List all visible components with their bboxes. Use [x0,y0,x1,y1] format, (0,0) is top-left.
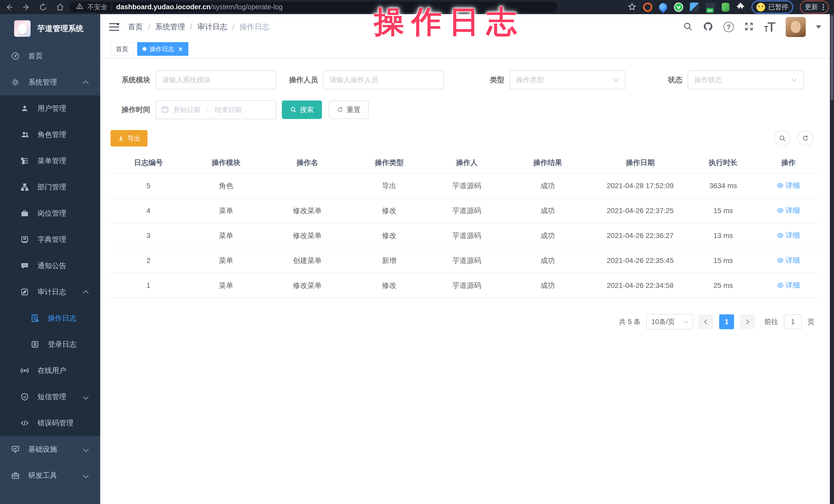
chevron-up-icon [83,290,89,296]
extension-icon-proxy[interactable]: on [706,3,715,12]
github-icon[interactable] [703,21,713,32]
sidebar-item-error-codes[interactable]: 错误码管理 [0,410,100,436]
org-tree-icon [20,183,29,192]
refresh-table-button[interactable] [797,130,813,146]
browser-home-icon[interactable] [56,3,64,11]
operate-log-icon [30,314,40,323]
page-scrollbar[interactable] [830,14,834,504]
breadcrumb-home[interactable]: 首页 [128,22,143,32]
detail-link[interactable]: 详细 [777,256,800,265]
extension-icon-orange[interactable] [643,3,652,12]
scrollbar-thumb[interactable] [831,15,833,100]
sidebar-item-online-users[interactable]: 在线用户 [0,357,100,384]
tag-close-icon[interactable] [178,46,183,52]
sidebar-item-label: 操作日志 [48,313,76,323]
toolbox-icon [11,471,20,480]
sidebar-item-infrastructure[interactable]: 基础设施 [0,436,100,462]
browser-back-icon[interactable] [5,3,13,11]
detail-link[interactable]: 详细 [777,205,800,215]
sidebar-item-dev-tools[interactable]: 研发工具 [0,462,100,488]
detail-link[interactable]: 详细 [777,231,800,240]
browser-update-button[interactable]: 更新 [800,1,829,14]
sidebar-item-home[interactable]: 首页 [0,43,100,69]
user-avatar[interactable] [786,17,806,37]
page-size-select[interactable]: 10条/页 [646,314,693,329]
col-name: 操作名 [266,152,349,173]
tag-home[interactable]: 首页 [110,42,134,56]
briefcase-icon [20,209,29,218]
extension-icon-green-v[interactable] [674,3,683,12]
cell-date: 2021-04-26 22:36:27 [591,223,689,248]
extension-icon-blue-gem[interactable] [690,3,699,12]
sidebar-item-system[interactable]: 系统管理 [0,69,100,95]
browser-menu-icon[interactable] [823,4,824,10]
bookmark-star-icon[interactable] [628,2,636,12]
extension-icon-green-leaf[interactable] [722,3,729,12]
header-search-icon[interactable] [683,22,693,32]
sidebar-item-notices[interactable]: 通知公告 [0,253,100,279]
reset-button[interactable]: 重置 [329,101,369,119]
breadcrumb-audit[interactable]: 审计日志 [197,22,227,32]
sidebar-item-login-log[interactable]: 登录日志 [0,331,100,357]
tag-operate-log[interactable]: 操作日志 [137,42,188,56]
range-separator: - [206,106,208,114]
current-page[interactable]: 1 [719,314,734,329]
show-search-toggle-button[interactable] [774,130,790,146]
sidebar-item-posts[interactable]: 岗位管理 [0,200,100,226]
sidebar-item-label: 在线用户 [38,366,66,375]
detail-link[interactable]: 详细 [777,280,800,290]
date-range-picker[interactable]: 开始日期 - 结束日期 [155,100,276,119]
sidebar-item-users[interactable]: 用户管理 [0,95,100,122]
security-warning: 不安全 [87,3,107,12]
col-type: 操作类型 [349,152,430,173]
sidebar-item-label: 系统管理 [28,78,57,87]
next-page-button[interactable] [740,314,754,329]
profile-paused-badge[interactable]: 已暂停 [751,1,793,14]
sidebar-item-menus[interactable]: 菜单管理 [0,148,100,174]
browser-forward-icon[interactable] [22,3,30,11]
extension-icon-pin[interactable] [657,1,669,13]
goto-page-input[interactable] [784,314,802,329]
url-domain: dashboard.yudao.iocoder.cn [116,3,211,11]
col-result: 操作结果 [504,152,591,173]
sidebar-item-dictionary[interactable]: 字典管理 [0,226,100,253]
chevron-down-icon [792,76,797,82]
user-icon [20,104,29,113]
cell-result: 成功 [504,223,591,248]
search-button[interactable]: 搜索 [282,101,322,119]
cell-operator: 芋道源码 [430,248,504,273]
extensions-puzzle-icon[interactable] [736,2,745,12]
browser-reload-icon[interactable] [39,3,47,11]
detail-link[interactable]: 详细 [777,181,800,191]
cell-name: 创建菜单 [266,248,349,273]
tags-view: 首页 操作日志 [100,40,830,58]
sidebar-item-operate-log[interactable]: 操作日志 [0,305,100,331]
export-button[interactable]: 导出 [110,130,148,147]
operator-input[interactable] [323,70,444,89]
font-size-icon[interactable] [764,22,775,32]
sidebar-item-audit-log[interactable]: 审计日志 [0,279,100,305]
app-logo [14,20,30,37]
app-logo-row[interactable]: 芋道管理系统 [0,14,100,43]
col-actions: 操作 [757,152,819,173]
start-date-placeholder: 开始日期 [173,105,200,114]
sidebar-item-roles[interactable]: 角色管理 [0,122,100,148]
table-row: 1菜单修改菜单修改芋道源码成功2021-04-26 22:34:5825 ms … [110,273,819,298]
breadcrumb-system[interactable]: 系统管理 [155,22,185,32]
chevron-down-icon [684,319,688,324]
type-select[interactable]: 操作类型 [509,70,626,89]
module-input[interactable] [155,70,276,89]
table-row: 3菜单修改菜单修改芋道源码成功2021-04-26 22:36:2713 ms … [110,223,819,248]
sidebar-item-departments[interactable]: 部门管理 [0,174,100,200]
avatar-caret-icon[interactable] [816,25,821,31]
prev-page-button[interactable] [699,314,714,329]
address-bar[interactable]: 不安全 dashboard.yudao.iocoder.cn/system/lo… [69,2,557,12]
cell-result: 成功 [504,173,591,198]
sidebar-collapse-icon[interactable] [109,23,119,31]
status-select[interactable]: 操作状态 [687,70,804,89]
sidebar-item-sms[interactable]: 短信管理 [0,384,100,410]
detail-link-label: 详细 [786,280,800,290]
help-icon[interactable]: ? [724,22,734,32]
fullscreen-icon[interactable] [744,22,754,32]
cell-duration: 25 ms [689,273,757,298]
